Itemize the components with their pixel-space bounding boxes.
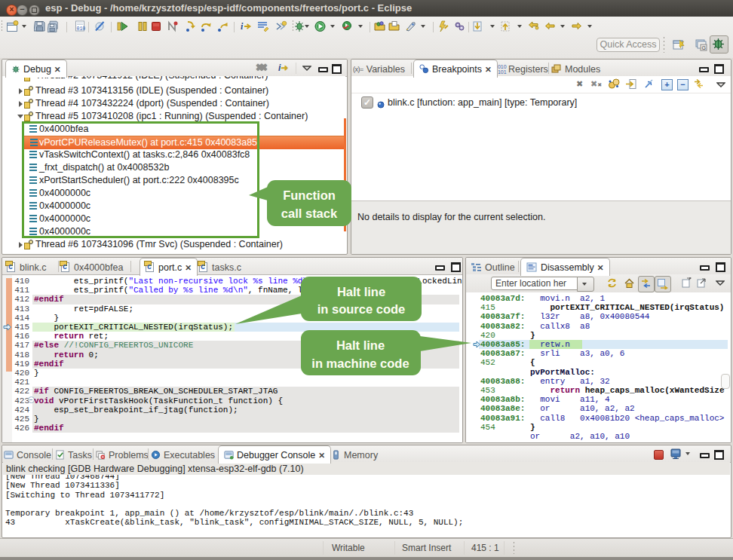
svg-text:Function: Function <box>283 188 336 202</box>
svg-text:call stack: call stack <box>281 207 338 220</box>
svg-text:Halt line: Halt line <box>336 338 385 352</box>
svg-text:in machine code: in machine code <box>311 357 409 370</box>
svg-text:in source code: in source code <box>317 302 405 316</box>
svg-text:Halt line: Halt line <box>337 285 385 298</box>
svg-text:010: 010 <box>77 26 86 32</box>
svg-text:G: G <box>702 45 706 50</box>
svg-text:i: i <box>241 21 244 32</box>
